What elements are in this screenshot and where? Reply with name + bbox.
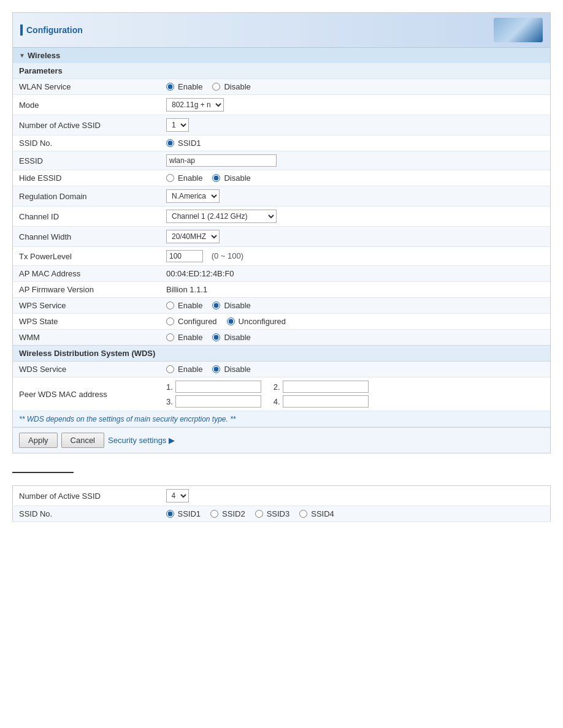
ssid-no-options: SSID1 [166, 138, 544, 148]
wps-service-disable-radio[interactable] [212, 301, 220, 309]
ap-firmware-row: AP Firmware Version Billion 1.1.1 [13, 282, 550, 298]
bottom-num-active-ssid-row: Number of Active SSID 1 2 3 4 [13, 486, 551, 506]
wlan-service-label: WLAN Service [13, 79, 160, 95]
hide-essid-row: Hide ESSID Enable Disable [13, 170, 550, 186]
mac-row-1: 1. 2. [166, 381, 544, 393]
apply-button[interactable]: Apply [19, 433, 58, 448]
security-settings-link[interactable]: Security settings ▶ [108, 436, 175, 445]
wmm-enable-label: Enable [178, 333, 202, 342]
wps-service-disable[interactable]: Disable [212, 301, 250, 310]
wds-note-text: ** WDS depends on the settings of main s… [19, 415, 236, 423]
mode-row: Mode 802.11g + n 802.11b 802.11g 802.11n [13, 95, 550, 115]
wlan-service-enable[interactable]: Enable [166, 82, 202, 91]
mac-input-1[interactable] [175, 381, 261, 393]
wmm-enable-radio[interactable] [166, 333, 174, 341]
wds-service-disable[interactable]: Disable [212, 365, 250, 374]
essid-input[interactable] [166, 154, 277, 167]
hide-essid-enable-label: Enable [178, 173, 202, 183]
wds-service-enable[interactable]: Enable [166, 365, 202, 374]
mac-input-2[interactable] [283, 381, 369, 393]
wps-unconfigured-label: Unconfigured [239, 317, 286, 326]
wps-service-disable-label: Disable [224, 301, 250, 310]
wlan-service-disable[interactable]: Disable [212, 82, 250, 91]
hide-essid-disable[interactable]: Disable [212, 173, 250, 183]
hide-essid-disable-label: Disable [224, 173, 250, 183]
channel-id-select[interactable]: Channel 1 (2.412 GHz) Channel 2 Channel … [166, 210, 277, 223]
num-active-ssid-label: Number of Active SSID [13, 115, 160, 135]
essid-row: ESSID [13, 151, 550, 170]
ap-firmware-label: AP Firmware Version [13, 282, 160, 298]
bottom-ssid2-label: SSID2 [222, 509, 245, 518]
bottom-num-active-ssid-select[interactable]: 1 2 3 4 [166, 489, 189, 502]
wps-service-enable-radio[interactable] [166, 301, 174, 309]
bottom-ssid1[interactable]: SSID1 [166, 509, 201, 518]
hide-essid-disable-radio[interactable] [212, 174, 220, 182]
wds-service-row: WDS Service Enable Disable [13, 362, 550, 377]
ap-mac-label: AP MAC Address [13, 266, 160, 282]
ssid1-radio[interactable] [166, 139, 174, 147]
hide-essid-enable[interactable]: Enable [166, 173, 202, 183]
wireless-section-header: Wireless [13, 48, 550, 63]
wmm-disable-radio[interactable] [212, 333, 220, 341]
ap-firmware-value: Billion 1.1.1 [166, 285, 207, 294]
wds-section-label: Wireless Distribution System (WDS) [19, 349, 155, 358]
wps-configured-radio[interactable] [166, 317, 174, 325]
mac-num-3: 3. [166, 397, 173, 406]
wds-header-row: Wireless Distribution System (WDS) [13, 346, 550, 362]
wmm-disable-label: Disable [224, 333, 250, 342]
wps-unconfigured[interactable]: Unconfigured [227, 317, 286, 326]
wps-service-enable[interactable]: Enable [166, 301, 202, 310]
wps-configured[interactable]: Configured [166, 317, 217, 326]
hide-essid-enable-radio[interactable] [166, 174, 174, 182]
mac-entry-2: 2. [274, 381, 369, 393]
wmm-disable[interactable]: Disable [212, 333, 250, 342]
bottom-ssid1-radio[interactable] [166, 510, 174, 518]
cancel-button[interactable]: Cancel [61, 433, 104, 448]
wps-unconfigured-radio[interactable] [227, 317, 235, 325]
wlan-service-disable-label: Disable [224, 82, 250, 91]
bottom-ssid-no-row: SSID No. SSID1 SSID2 SSID3 [13, 506, 551, 522]
mac-row-2: 3. 4. [166, 395, 544, 408]
tx-power-input[interactable] [166, 250, 203, 262]
wds-service-enable-radio[interactable] [166, 365, 174, 373]
wps-state-options: Configured Unconfigured [166, 317, 544, 326]
ssid1-option[interactable]: SSID1 [166, 138, 201, 148]
bottom-ssid4[interactable]: SSID4 [299, 509, 334, 518]
channel-width-select[interactable]: 20/40MHZ 20MHZ [166, 230, 220, 243]
bottom-ssid3-radio[interactable] [255, 510, 263, 518]
wlan-service-disable-radio[interactable] [212, 83, 220, 91]
bottom-ssid2[interactable]: SSID2 [210, 509, 245, 518]
bottom-ssid1-label: SSID1 [178, 509, 201, 518]
wps-configured-label: Configured [178, 317, 217, 326]
wmm-label: WMM [13, 330, 160, 346]
wds-service-enable-label: Enable [178, 365, 202, 374]
separator [12, 472, 74, 473]
bottom-ssid2-radio[interactable] [210, 510, 218, 518]
regulation-domain-select[interactable]: N.America Europe Japan [166, 189, 220, 203]
peer-wds-mac-row: Peer WDS MAC address 1. 2. [13, 377, 550, 411]
ap-mac-row: AP MAC Address 00:04:ED:12:4B:F0 [13, 266, 550, 282]
mac-input-4[interactable] [283, 395, 369, 408]
hide-essid-label: Hide ESSID [13, 170, 160, 186]
wlan-service-options: Enable Disable [166, 82, 544, 91]
wds-service-disable-radio[interactable] [212, 365, 220, 373]
wmm-row: WMM Enable Disable [13, 330, 550, 346]
bottom-ssid3-label: SSID3 [267, 509, 290, 518]
parameters-header-row: Parameters [13, 63, 550, 79]
num-active-ssid-select[interactable]: 1 2 3 4 [166, 118, 189, 132]
hide-essid-options: Enable Disable [166, 173, 544, 183]
bottom-ssid4-radio[interactable] [299, 510, 307, 518]
channel-id-label: Channel ID [13, 207, 160, 227]
tx-power-range: (0 ~ 100) [212, 251, 243, 260]
wds-service-disable-label: Disable [224, 365, 250, 374]
mode-select[interactable]: 802.11g + n 802.11b 802.11g 802.11n [166, 98, 224, 112]
mac-input-3[interactable] [175, 395, 261, 408]
wlan-service-enable-radio[interactable] [166, 83, 174, 91]
parameters-label: Parameters [19, 66, 63, 75]
wmm-enable[interactable]: Enable [166, 333, 202, 342]
wps-service-label: WPS Service [13, 298, 160, 314]
wps-state-label: WPS State [13, 314, 160, 330]
mac-entry-4: 4. [274, 395, 369, 408]
mode-label: Mode [13, 95, 160, 115]
bottom-ssid3[interactable]: SSID3 [255, 509, 290, 518]
